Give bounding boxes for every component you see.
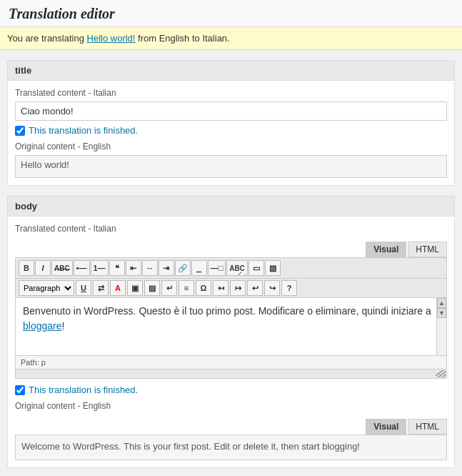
body-section-body: Translated content - Italian Visual HTML… <box>8 217 454 467</box>
editor-toolbar-row1: B I ABC •— 1— ❝ ⇤ ↔ ⇥ 🔗 ⎯ —□ ABC ▭ ▧ <box>16 258 446 279</box>
toolbar-omega[interactable]: Ω <box>196 280 211 296</box>
toolbar-format-select[interactable]: Paragraph <box>19 280 74 296</box>
title-section-header: title <box>8 61 454 81</box>
toolbar-fullscreen[interactable]: ▭ <box>248 260 264 276</box>
path-bar: Path: p <box>16 355 446 369</box>
editor-content-wrapper: Benvenuto in WordPress. Questo è il tuo … <box>16 298 446 355</box>
resize-icon <box>436 370 446 377</box>
toolbar-link[interactable]: 🔗 <box>175 260 191 276</box>
toolbar-align-center[interactable]: ↔ <box>142 260 158 276</box>
notice-suffix: from English to Italian. <box>135 33 229 44</box>
body-finished-text: This translation is finished. <box>29 385 138 395</box>
body-translated-label: Translated content - Italian <box>15 224 447 234</box>
toolbar-bold[interactable]: B <box>19 260 34 276</box>
toolbar-show-hide[interactable]: ▧ <box>265 260 281 276</box>
title-finished-text: This translation is finished. <box>29 125 138 136</box>
title-finished-checkbox[interactable] <box>15 126 25 136</box>
editor-wrapper: B I ABC •— 1— ❝ ⇤ ↔ ⇥ 🔗 ⎯ —□ ABC ▭ ▧ Par… <box>15 257 447 379</box>
title-translated-input[interactable] <box>15 101 447 121</box>
notice-prefix: You are translating <box>7 33 87 44</box>
body-finished-checkbox[interactable] <box>15 385 25 395</box>
translated-label: Translated content - Italian <box>15 88 447 98</box>
title-finished-label: This translation is finished. <box>15 125 447 136</box>
toolbar-align-left[interactable]: ⇤ <box>126 260 141 276</box>
editor-content-area[interactable]: Benvenuto in WordPress. Questo è il tuo … <box>16 298 446 355</box>
editor-resize-handle[interactable] <box>16 369 446 378</box>
body-section-header: body <box>8 197 454 217</box>
tab-original-visual[interactable]: Visual <box>366 419 406 435</box>
original-editor-tabs-row: Visual HTML <box>15 415 447 435</box>
body-original-content: Welcome to WordPress. This is your first… <box>15 435 447 460</box>
title-section-body: Translated content - Italian This transl… <box>8 81 454 185</box>
page-title: Translation editor <box>9 6 453 22</box>
scrollbar-up[interactable]: ▲ <box>437 298 446 308</box>
toolbar-outdent[interactable]: ↤ <box>213 280 229 296</box>
body-section: body Translated content - Italian Visual… <box>7 196 455 468</box>
toolbar-justify[interactable]: ⇄ <box>93 280 109 296</box>
body-original-label: Original content - English <box>15 401 447 411</box>
toolbar-help[interactable]: ? <box>281 280 297 296</box>
toolbar-italic[interactable]: I <box>35 260 51 276</box>
notice-bar: You are translating Hello world! from En… <box>0 27 462 50</box>
toolbar-ordered-list[interactable]: 1— <box>91 260 109 276</box>
toolbar-strikethrough[interactable]: ABC <box>51 260 73 276</box>
toolbar-blockquote[interactable]: ❝ <box>109 260 125 276</box>
tab-html[interactable]: HTML <box>408 242 447 257</box>
body-finished-label: This translation is finished. <box>15 385 447 395</box>
title-original-label: Original content - English <box>15 142 447 152</box>
toolbar-unordered-list[interactable]: •— <box>74 260 90 276</box>
page-header: Translation editor <box>0 0 462 27</box>
toolbar-underline[interactable]: U <box>76 280 91 296</box>
title-section: title Translated content - Italian This … <box>7 60 455 186</box>
editor-toolbar-row2: Paragraph U ⇄ A ▣ ▤ ↵ ≡ Ω ↤ ↦ ↩ ↪ ? <box>16 279 446 298</box>
toolbar-align-right[interactable]: ⇥ <box>159 260 174 276</box>
toolbar-paste-text[interactable]: ▤ <box>144 280 160 296</box>
toolbar-insert-char[interactable]: ≡ <box>179 280 194 296</box>
toolbar-unlink[interactable]: ⎯ <box>191 260 207 276</box>
toolbar-text-color[interactable]: A <box>110 280 126 296</box>
toolbar-redo[interactable]: ↪ <box>264 280 280 296</box>
editor-link-bloggare[interactable]: bloggare <box>23 320 62 332</box>
editor-tabs-row: Visual HTML <box>15 237 447 257</box>
scrollbar-down[interactable]: ▼ <box>437 308 446 318</box>
toolbar-undo[interactable]: ↩ <box>247 280 263 296</box>
tab-visual[interactable]: Visual <box>366 242 406 257</box>
notice-link[interactable]: Hello world! <box>87 33 136 44</box>
toolbar-insert-more[interactable]: —□ <box>208 260 226 276</box>
editor-scrollbar[interactable]: ▲ ▼ <box>436 298 446 355</box>
toolbar-spellcheck[interactable]: ABC <box>226 260 248 276</box>
toolbar-clear-formatting[interactable]: ↵ <box>161 280 177 296</box>
tab-original-html[interactable]: HTML <box>408 419 447 435</box>
title-original-content: Hello world! <box>15 155 447 178</box>
toolbar-indent[interactable]: ↦ <box>230 280 246 296</box>
editor-paragraph: Benvenuto in WordPress. Questo è il tuo … <box>23 304 433 334</box>
toolbar-paste-word[interactable]: ▣ <box>127 280 143 296</box>
